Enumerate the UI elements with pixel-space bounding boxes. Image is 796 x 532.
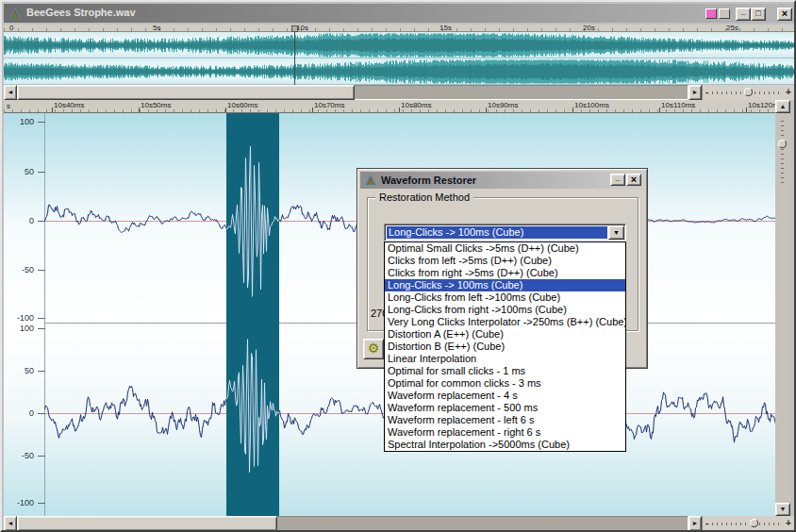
minimize-icon: _ (740, 7, 745, 16)
zoom-control: - + (702, 85, 796, 100)
time-ruler-label: 10s50ms (141, 102, 171, 109)
vertical-zoom-track[interactable] (781, 117, 784, 183)
maximize-icon: □ (755, 8, 760, 18)
main-scrollbar: ◄ ► - + (4, 516, 796, 531)
dialog-minimize-button[interactable]: _ (610, 174, 625, 186)
scrollbar-thumb[interactable] (17, 85, 355, 100)
ruler-tick (746, 108, 747, 112)
close-button[interactable]: × (777, 8, 792, 21)
dropdown-item[interactable]: Waveform replacement - right 6 s (385, 426, 625, 439)
ruler-tick (659, 108, 660, 112)
dropdown-item[interactable]: Very Long Clicks Interpolator ->250ms (B… (385, 316, 625, 328)
overview-ruler-label: 0 (9, 25, 13, 32)
skin-gray-button[interactable] (719, 8, 730, 19)
skin-pink-button[interactable] (705, 8, 717, 19)
amplitude-label: -100 (4, 314, 34, 323)
scrollbar-thumb[interactable] (17, 516, 277, 531)
zoom-in-icon[interactable]: + (786, 519, 791, 528)
app-window: BeeGees Strophe.wav _ □ × 05s10s15s20s25… (0, 0, 796, 532)
ruler-tick (312, 108, 313, 112)
dropdown-item[interactable]: Optimal for common clicks - 3 ms (385, 377, 625, 390)
ruler-tick (572, 108, 573, 112)
ruler-tick (225, 108, 226, 112)
dropdown-item[interactable]: Spectral Interpolation ->5000ms (Cube) (385, 439, 625, 451)
scroll-right-button[interactable]: ► (688, 85, 702, 100)
combobox-value: Long-Clicks -> 100ms (Cube) (387, 226, 607, 239)
dropdown-item[interactable]: Long-Clicks from left ->100ms (Cube) (385, 291, 625, 304)
amplitude-tick (38, 371, 45, 372)
scroll-left-button[interactable]: ◄ (4, 85, 17, 100)
groupbox-label: Restoration Method (375, 192, 473, 203)
zoom-in-icon[interactable]: + (786, 88, 791, 97)
amplitude-label: 0 (4, 409, 34, 418)
overview-panel: 05s10s15s20s25s (4, 25, 796, 85)
dropdown-item[interactable]: Long-Clicks -> 100ms (Cube) (385, 279, 625, 291)
dropdown-item[interactable]: Optimal for small clicks - 1 ms (385, 365, 625, 377)
overview-cursor-line[interactable] (294, 32, 295, 85)
amplitude-tick (38, 221, 45, 222)
zoom-slider-track[interactable] (712, 523, 782, 525)
ruler-tick (139, 108, 140, 112)
overview-waveform[interactable] (4, 32, 796, 85)
scroll-left-icon: ◄ (8, 520, 14, 526)
amplitude-tick (38, 456, 45, 457)
time-ruler-label: 10s40ms (54, 102, 84, 109)
zoom-slider-thumb[interactable] (744, 88, 753, 96)
vertical-scrollbar: ▲ ▼ (775, 100, 790, 516)
window-titlebar[interactable]: BeeGees Strophe.wav _ □ × (4, 4, 796, 23)
dropdown-item[interactable]: Distortion A (E++) (Cube) (385, 328, 625, 341)
zoom-out-icon[interactable]: - (705, 88, 708, 97)
dropdown-item[interactable]: Waveform replacement - 4 s (385, 390, 625, 402)
restoration-method-combobox[interactable]: Long-Clicks -> 100ms (Cube) ▼ (384, 224, 626, 241)
amplitude-tick (38, 318, 45, 319)
close-icon: × (631, 174, 637, 185)
combobox-dropdown-button[interactable]: ▼ (608, 225, 624, 240)
dropdown-item[interactable]: Long-Clicks from right ->100ms (Cube) (385, 304, 625, 316)
scroll-left-icon: ◄ (8, 89, 14, 95)
time-ruler[interactable]: s 10s40ms10s50ms10s60ms10s70ms10s80ms10s… (4, 100, 775, 113)
amplitude-label: 100 (4, 324, 34, 333)
zoom-control: - + (702, 516, 796, 531)
restoration-method-dropdown-list: Optimal Small Clicks ->5ms (D++) (Cube)C… (384, 241, 626, 452)
dropdown-item[interactable]: Optimal Small Clicks ->5ms (D++) (Cube) (385, 242, 625, 255)
dialog-title: Waveform Restorer (381, 175, 476, 186)
zoom-out-icon[interactable]: - (705, 519, 708, 528)
minimize-button[interactable]: _ (736, 8, 751, 21)
scroll-right-icon: ► (692, 520, 699, 526)
maximize-button[interactable]: □ (751, 8, 766, 21)
ruler-tick (486, 108, 487, 112)
dropdown-item[interactable]: Clicks from right ->5ms (D++) (Cube) (385, 267, 625, 279)
dropdown-item[interactable]: Linear Interpolation (385, 353, 625, 365)
scroll-up-icon: ▲ (780, 103, 787, 109)
dialog-close-button[interactable]: × (626, 174, 641, 186)
settings-button[interactable]: ⚙ (363, 339, 384, 359)
zoom-slider-thumb[interactable] (750, 519, 758, 527)
overview-scrollbar: ◄ ► - + (4, 85, 796, 100)
dropdown-item[interactable]: Waveform replacement - left 6 s (385, 414, 625, 426)
overview-time-ruler[interactable]: 05s10s15s20s25s (4, 25, 796, 32)
amplitude-tick (38, 172, 45, 173)
ruler-tick (52, 108, 53, 112)
window-title: BeeGees Strophe.wav (26, 7, 136, 18)
dropdown-item[interactable]: Distortion B (E++) (Cube) (385, 341, 625, 353)
dropdown-item[interactable]: Clicks from left ->5ms (D++) (Cube) (385, 255, 625, 267)
time-ruler-label: 10s90ms (488, 102, 518, 109)
ruler-unit-label: s (7, 102, 10, 110)
amplitude-label: 50 (4, 168, 34, 176)
dialog-titlebar[interactable]: Waveform Restorer _ × (360, 172, 644, 189)
chevron-down-icon: ▼ (613, 229, 620, 236)
amplitude-tick (38, 503, 45, 504)
dropdown-item[interactable]: Waveform replacement - 500 ms (385, 402, 625, 414)
scroll-up-button[interactable]: ▲ (775, 100, 790, 113)
vertical-zoom-thumb[interactable] (778, 140, 787, 148)
time-ruler-label: 10s70ms (314, 102, 344, 109)
amplitude-label: -100 (4, 499, 34, 507)
scroll-down-button[interactable]: ▼ (775, 503, 790, 516)
scroll-left-button[interactable]: ◄ (4, 516, 17, 531)
time-ruler-label: 10s110ms (661, 102, 695, 109)
time-ruler-label: 10s120ms (748, 102, 775, 109)
scroll-right-button[interactable]: ► (688, 516, 702, 531)
amplitude-tick (38, 270, 45, 271)
ruler-tick (399, 108, 400, 112)
overview-cursor-handle[interactable] (291, 25, 298, 32)
